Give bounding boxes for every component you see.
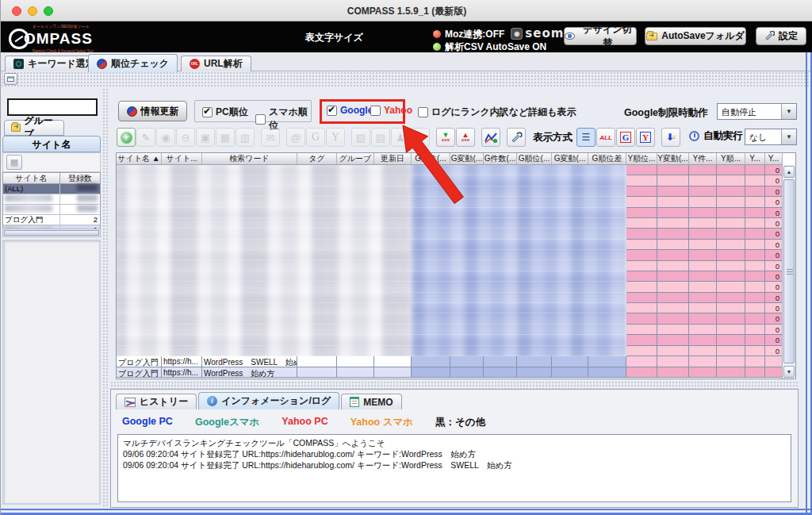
y-rank-cell (689, 165, 717, 175)
column-header[interactable]: G順位(... (517, 153, 552, 164)
window-panel-icon[interactable] (4, 73, 17, 85)
info-panel-tabs: ヒストリー iインフォメーション/ログ MEMO (116, 392, 404, 409)
y-rank-cell (626, 197, 657, 206)
splitter-handle[interactable] (102, 88, 109, 506)
site-count-cell (60, 184, 100, 194)
table-row[interactable]: 0 (626, 293, 783, 303)
autorun-dropdown[interactable]: なし▼ (745, 129, 797, 145)
stamp-icon: ✉ (266, 132, 275, 144)
column-header[interactable]: サイト名 ▲ (117, 153, 162, 164)
table-row[interactable]: 0 (626, 325, 783, 335)
site-count-cell (60, 205, 100, 214)
csv-export-button[interactable]: ▼csv (436, 128, 455, 147)
update-info-button[interactable]: 情報更新 (118, 101, 187, 121)
tab-rank-check[interactable]: 順位チェック (88, 54, 178, 72)
add-button[interactable]: + (117, 128, 136, 147)
remove-icon: ⊖ (182, 132, 190, 144)
y-rank-cell (657, 175, 689, 185)
data-cell (297, 367, 337, 379)
column-header[interactable]: Y... (745, 153, 765, 164)
table-row[interactable]: 0 (626, 303, 783, 313)
table-row[interactable]: ブログ入門https://h...WordPress 始め方 (117, 367, 783, 379)
view-google-button[interactable]: G (616, 128, 635, 147)
column-header[interactable]: Y件... (689, 153, 717, 164)
tab-history[interactable]: ヒストリー (116, 394, 197, 409)
table-row[interactable]: 0 (626, 208, 783, 218)
site-list-row[interactable]: ブログ入門2 (2, 215, 101, 225)
table-row[interactable]: 0 (626, 261, 783, 271)
wrench-button[interactable] (507, 128, 526, 147)
column-header[interactable]: Y順... (717, 153, 745, 164)
scrollbar-thumb[interactable] (783, 179, 795, 363)
table-row[interactable]: 0 (626, 165, 783, 175)
sort-button[interactable]: ⬇≡ (661, 128, 680, 147)
design-switch-button[interactable]: デザイン切替 (564, 27, 637, 45)
table-vscrollbar[interactable]: ▲ ▼ (782, 165, 795, 379)
table-row[interactable]: 0 (626, 335, 783, 345)
tab-information-log[interactable]: iインフォメーション/ログ (198, 392, 339, 409)
autosave-folder-button[interactable]: AutoSaveフォルダ (645, 27, 746, 45)
view-yahoo-button[interactable]: Y (636, 128, 655, 147)
scroll-down-icon[interactable]: ▼ (783, 366, 795, 378)
log-detail-checkbox[interactable]: ログにランク内訳など詳細も表示 (418, 106, 576, 119)
table-row[interactable]: 0 (626, 186, 783, 197)
table-row[interactable]: 0 (626, 175, 783, 186)
result-color-legend: Google PCGoogleスマホYahoo PCYahoo スマホ黒：その他 (122, 416, 485, 429)
view-list-button[interactable]: ☰ (576, 128, 596, 147)
tab-site-name[interactable]: サイト名 (2, 136, 101, 152)
column-header[interactable]: タグ (297, 153, 337, 164)
log-textarea[interactable]: マルチデバイスランキングチェックツール「COMPASS」へようこそ09/06 0… (117, 434, 791, 502)
group-folder-icon (11, 124, 21, 132)
column-header[interactable]: 更新日 (374, 153, 412, 164)
column-header[interactable]: Y順位... (626, 153, 657, 164)
table-row[interactable]: 0 (626, 218, 783, 229)
table-row[interactable]: ブログ入門https://h...WordPress SWELL 始め方 (117, 356, 783, 367)
column-header[interactable]: グループ (337, 153, 374, 164)
wrench-icon (511, 132, 523, 144)
column-header[interactable]: サイト... (162, 153, 202, 164)
grid-view-icon[interactable]: ▦ (6, 155, 22, 170)
column-header[interactable]: Y... (765, 153, 783, 164)
google-limit-dropdown[interactable]: 自動停止▼ (717, 103, 797, 120)
tab-memo[interactable]: MEMO (341, 394, 401, 409)
column-header[interactable]: 検索ワード (202, 153, 297, 164)
column-header[interactable]: G変動(... (450, 153, 484, 164)
y-rank-cell (657, 165, 689, 175)
table-row[interactable]: 0 (626, 313, 783, 324)
data-cell (626, 367, 657, 379)
table-row[interactable]: 0 (626, 250, 783, 260)
view-all-button[interactable]: ALL (596, 128, 615, 147)
table-row[interactable]: 0 (626, 346, 783, 356)
tab-url-analysis[interactable]: URLURL解析 (181, 56, 251, 71)
column-header[interactable]: G変動(... (552, 153, 588, 164)
tab-group[interactable]: グループ (4, 120, 64, 136)
settings-button[interactable]: 設定 (756, 27, 806, 45)
y-rank-cell (745, 303, 765, 313)
csv-import-button[interactable]: ▲csv (456, 128, 475, 147)
yahoo-icon: Y (331, 131, 339, 144)
table-row[interactable]: 0 (626, 229, 783, 239)
google-checkbox[interactable]: Google (327, 105, 373, 116)
site-name-column-header[interactable]: サイト名 (3, 173, 60, 183)
column-header[interactable]: G順位差 (588, 153, 626, 164)
table-row[interactable]: 0 (626, 282, 783, 292)
site-filter-input[interactable] (7, 98, 98, 116)
site-list-row[interactable]: (ALL) (2, 184, 101, 194)
scroll-up-icon[interactable]: ▲ (783, 166, 795, 178)
table-row[interactable]: 0 (626, 197, 783, 207)
table-row[interactable]: 0 (626, 240, 783, 250)
pc-rank-checkbox[interactable]: PC順位 (202, 106, 248, 119)
site-list-row[interactable] (2, 205, 101, 215)
site-count-column-header[interactable]: 登録数 (60, 173, 100, 183)
column-header[interactable]: Y変動(... (657, 153, 689, 164)
site-list-row[interactable] (2, 194, 101, 205)
y-rank-cell (626, 282, 657, 291)
chart-button[interactable] (481, 128, 500, 147)
column-header[interactable]: G順位(... (412, 153, 450, 164)
y-rank-cell (689, 303, 717, 313)
data-cell (689, 367, 717, 379)
sidebar-hscrollbar[interactable] (2, 229, 101, 237)
column-header[interactable]: G件数(... (484, 153, 517, 164)
yahoo-checkbox[interactable]: Yahoo (370, 105, 412, 116)
table-row[interactable]: 0 (626, 271, 783, 282)
